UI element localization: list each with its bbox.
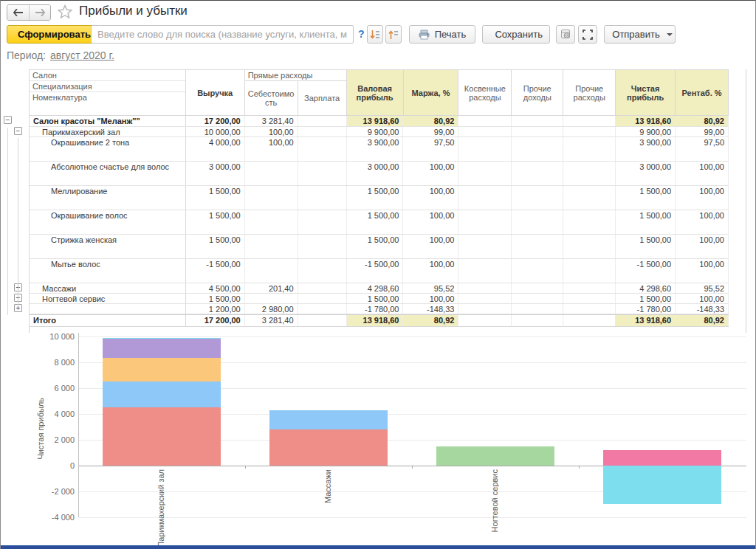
help-link[interactable]: ? [358, 28, 365, 40]
chart-bar-segment[interactable] [603, 466, 721, 504]
value-cell[interactable] [512, 116, 563, 126]
chart-bar-segment[interactable] [269, 410, 388, 429]
chart-bar-segment[interactable] [103, 339, 221, 358]
value-cell[interactable]: 97,50 [676, 137, 729, 161]
value-cell[interactable] [512, 315, 563, 326]
chart-bar-segment[interactable] [103, 358, 221, 381]
value-cell[interactable]: 100,00 [676, 162, 729, 185]
value-cell[interactable]: 1 500,00 [186, 294, 245, 303]
value-cell[interactable]: 100,00 [245, 137, 298, 161]
value-cell[interactable]: -1 780,00 [347, 304, 404, 314]
value-cell[interactable] [298, 235, 347, 258]
value-cell[interactable]: 3 281,40 [245, 315, 298, 326]
value-cell[interactable] [298, 304, 347, 314]
header-indirect-expenses[interactable]: Косвенные расходы [458, 70, 512, 116]
row-name-cell[interactable]: Массажи [30, 283, 186, 293]
value-cell[interactable] [298, 137, 347, 161]
value-cell[interactable] [512, 294, 563, 303]
value-cell[interactable]: 100,00 [403, 259, 458, 283]
fullscreen-button[interactable] [578, 25, 597, 44]
send-button[interactable]: Отправить [604, 25, 676, 44]
value-cell[interactable]: 100,00 [676, 186, 729, 210]
value-cell[interactable] [298, 294, 347, 303]
value-cell[interactable]: 3 900,00 [616, 137, 676, 161]
row-name-cell[interactable]: Стрижка женская [30, 235, 186, 258]
row-name-cell[interactable] [30, 304, 186, 314]
header-salary[interactable]: Зарплата [298, 81, 347, 116]
value-cell[interactable]: 95,52 [403, 283, 458, 293]
value-cell[interactable]: 100,00 [245, 127, 298, 137]
header-grouping-column[interactable]: Салон Специализация Номенклатура [30, 70, 186, 116]
value-cell[interactable]: 80,92 [676, 116, 729, 126]
chart-bar-segment[interactable] [603, 450, 721, 466]
value-cell[interactable] [245, 162, 298, 185]
value-cell[interactable]: 9 900,00 [347, 127, 404, 137]
value-cell[interactable]: 1 200,00 [186, 304, 245, 314]
value-cell[interactable] [458, 283, 512, 293]
value-cell[interactable]: 9 900,00 [616, 127, 676, 137]
collapse-group-button[interactable]: − [4, 116, 12, 124]
value-cell[interactable]: 1 500,00 [616, 235, 676, 258]
header-gross-profit[interactable]: Валовая прибыль [347, 70, 404, 116]
value-cell[interactable] [458, 259, 512, 283]
value-cell[interactable]: 10 000,00 [186, 127, 245, 137]
table-row[interactable]: Абсолютное счастье для волос3 000,003 00… [30, 162, 729, 186]
value-cell[interactable]: 99,00 [403, 127, 458, 137]
value-cell[interactable]: 1 500,00 [616, 186, 676, 210]
value-cell[interactable] [512, 137, 563, 161]
value-cell[interactable] [458, 315, 512, 326]
back-button[interactable] [7, 5, 29, 20]
value-cell[interactable] [245, 294, 298, 303]
table-row[interactable]: Меллирование1 500,001 500,00100,001 500,… [30, 186, 729, 210]
table-row[interactable]: Ногтевой сервис1 500,001 500,00100,001 5… [30, 294, 729, 304]
row-name-cell[interactable]: Парикмахерский зал [30, 127, 186, 137]
value-cell[interactable] [512, 283, 563, 293]
value-cell[interactable] [512, 127, 563, 137]
value-cell[interactable]: 1 500,00 [186, 186, 245, 210]
row-name-cell[interactable]: Абсолютное счастье для волос [30, 162, 186, 185]
report-settings-button[interactable] [556, 25, 575, 44]
value-cell[interactable]: 3 000,00 [186, 162, 245, 185]
table-row[interactable]: Мытье волос-1 500,00-1 500,00100,00-1 50… [30, 259, 729, 283]
value-cell[interactable] [563, 304, 616, 314]
value-cell[interactable] [458, 304, 512, 314]
table-row[interactable]: Окрашивание 2 тона4 000,00100,003 900,00… [30, 137, 729, 162]
search-input[interactable] [91, 25, 354, 44]
table-row[interactable]: Окрашивание волос1 500,001 500,00100,001… [30, 210, 729, 235]
value-cell[interactable]: 99,00 [676, 127, 729, 137]
value-cell[interactable] [563, 210, 616, 234]
value-cell[interactable]: -148,33 [676, 304, 729, 314]
value-cell[interactable] [298, 186, 347, 210]
period-link[interactable]: август 2020 г. [50, 49, 114, 61]
value-cell[interactable]: -1 500,00 [186, 259, 245, 283]
value-cell[interactable]: 17 200,00 [186, 116, 245, 126]
value-cell[interactable]: 100,00 [676, 235, 729, 258]
value-cell[interactable]: 100,00 [676, 294, 729, 303]
header-cost[interactable]: Себестоимость [245, 81, 298, 116]
header-revenue[interactable]: Выручка [186, 70, 245, 116]
value-cell[interactable]: 13 918,60 [616, 116, 676, 126]
row-name-cell[interactable]: Салон красоты "Меланж"" [30, 116, 186, 126]
value-cell[interactable] [298, 116, 347, 126]
value-cell[interactable]: 4 000,00 [186, 137, 245, 161]
value-cell[interactable]: 3 000,00 [616, 162, 676, 185]
generate-button[interactable]: Сформировать [7, 25, 102, 44]
header-other-expenses[interactable]: Прочие расходы [563, 70, 616, 116]
value-cell[interactable]: 1 500,00 [347, 186, 404, 210]
value-cell[interactable]: -1 500,00 [347, 259, 404, 283]
collapse-group-button[interactable]: − [14, 127, 22, 135]
row-name-cell[interactable]: Ногтевой сервис [30, 294, 186, 303]
value-cell[interactable] [298, 162, 347, 185]
value-cell[interactable]: 1 500,00 [186, 235, 245, 258]
value-cell[interactable] [458, 294, 512, 303]
value-cell[interactable] [563, 116, 616, 126]
value-cell[interactable] [563, 315, 616, 326]
favorite-star-icon[interactable] [57, 4, 73, 20]
value-cell[interactable] [245, 186, 298, 210]
value-cell[interactable] [245, 210, 298, 234]
row-name-cell[interactable]: Окрашивание 2 тона [30, 137, 186, 161]
value-cell[interactable] [512, 186, 563, 210]
header-other-income[interactable]: Прочие доходы [512, 70, 563, 116]
value-cell[interactable]: 4 500,00 [186, 283, 245, 293]
value-cell[interactable] [563, 186, 616, 210]
